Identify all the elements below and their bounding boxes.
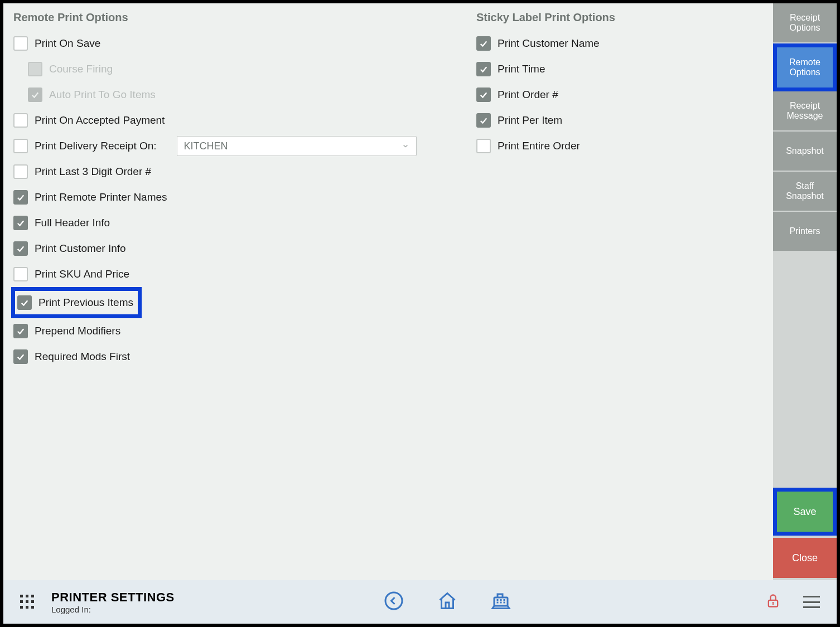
- home-icon: [437, 591, 457, 611]
- row-print-on-accepted-payment: Print On Accepted Payment: [13, 108, 476, 133]
- tab-staff-snapshot[interactable]: Staff Snapshot: [773, 172, 837, 212]
- checkbox-full-header-info[interactable]: [13, 216, 28, 230]
- main-area: Remote Print Options Print On Save Cours…: [3, 3, 837, 580]
- select-delivery-receipt-value: KITCHEN: [184, 140, 228, 152]
- checkbox-auto-print-togo: [28, 88, 42, 102]
- sidebar: Receipt Options Remote Options Receipt M…: [773, 3, 837, 580]
- checkbox-print-previous-items[interactable]: [17, 295, 32, 310]
- tab-receipt-options-label: Receipt Options: [776, 13, 833, 33]
- label-print-customer-name: Print Customer Name: [498, 37, 600, 50]
- select-delivery-receipt-printer[interactable]: KITCHEN: [177, 136, 417, 156]
- close-button-label: Close: [792, 552, 818, 564]
- svg-rect-1: [446, 602, 449, 609]
- tab-receipt-options[interactable]: Receipt Options: [773, 3, 837, 43]
- tab-staff-snapshot-label: Staff Snapshot: [776, 181, 833, 202]
- footer-title-block: PRINTER SETTINGS Logged In:: [51, 590, 175, 614]
- menu-icon-bar: [803, 596, 820, 597]
- label-print-delivery-receipt-on: Print Delivery Receipt On:: [35, 140, 157, 152]
- checkbox-course-firing: [28, 62, 42, 76]
- lock-button[interactable]: [765, 593, 781, 611]
- row-print-sku-and-price: Print SKU And Price: [13, 261, 476, 287]
- svg-point-10: [773, 602, 774, 604]
- save-button[interactable]: Save: [773, 488, 837, 536]
- tab-snapshot[interactable]: Snapshot: [773, 132, 837, 172]
- row-full-header-info: Full Header Info: [13, 210, 476, 236]
- row-required-mods-first: Required Mods First: [13, 344, 476, 370]
- checkbox-print-last3[interactable]: [13, 164, 28, 179]
- checkbox-print-customer-name[interactable]: [476, 36, 491, 51]
- checkbox-print-per-item[interactable]: [476, 113, 491, 128]
- row-course-firing: Course Firing: [13, 56, 476, 82]
- footer-nav: [169, 591, 726, 613]
- back-icon: [384, 591, 404, 611]
- checkbox-print-sku-and-price[interactable]: [13, 267, 28, 281]
- checkbox-print-customer-info[interactable]: [13, 241, 28, 256]
- row-print-customer-info: Print Customer Info: [13, 236, 476, 261]
- label-print-on-save: Print On Save: [35, 37, 100, 50]
- page-title: PRINTER SETTINGS: [51, 590, 175, 605]
- register-icon: [491, 591, 511, 611]
- label-print-order-no: Print Order #: [498, 89, 558, 101]
- app-frame: Remote Print Options Print On Save Cours…: [3, 3, 837, 624]
- tab-printers-label: Printers: [789, 226, 820, 236]
- label-print-last3: Print Last 3 Digit Order #: [35, 166, 151, 178]
- row-prepend-modifiers: Prepend Modifiers: [13, 318, 476, 344]
- remote-section-title: Remote Print Options: [13, 11, 476, 24]
- sticky-section-title: Sticky Label Print Options: [476, 11, 763, 24]
- register-button[interactable]: [491, 591, 511, 613]
- checkbox-print-on-save[interactable]: [13, 36, 28, 51]
- sidebar-spacer: [773, 252, 837, 485]
- back-button[interactable]: [384, 591, 404, 613]
- highlight-print-previous-items: Print Previous Items: [11, 287, 142, 318]
- label-auto-print-togo: Auto Print To Go Items: [49, 89, 156, 101]
- label-required-mods-first: Required Mods First: [35, 351, 130, 363]
- tab-receipt-message-label: Receipt Message: [776, 101, 833, 121]
- checkbox-prepend-modifiers[interactable]: [13, 324, 28, 338]
- row-print-last3: Print Last 3 Digit Order #: [13, 159, 476, 184]
- lock-icon: [765, 593, 781, 609]
- label-print-entire-order: Print Entire Order: [498, 140, 580, 152]
- menu-icon-bar: [803, 601, 820, 603]
- checkbox-print-remote-printer-names[interactable]: [13, 190, 28, 205]
- checkbox-print-entire-order[interactable]: [476, 139, 491, 153]
- sticky-label-print-options-section: Sticky Label Print Options Print Custome…: [476, 11, 763, 572]
- content-pane: Remote Print Options Print On Save Cours…: [3, 3, 773, 580]
- close-button[interactable]: Close: [773, 538, 837, 578]
- row-print-remote-printer-names: Print Remote Printer Names: [13, 184, 476, 210]
- logged-in-label: Logged In:: [51, 605, 175, 614]
- row-print-time: Print Time: [476, 56, 763, 82]
- apps-grid-icon[interactable]: [20, 595, 35, 609]
- checkbox-print-delivery-receipt-on[interactable]: [13, 139, 28, 153]
- footer-right: [765, 593, 820, 611]
- checkbox-print-time[interactable]: [476, 62, 491, 76]
- save-button-label: Save: [793, 506, 816, 518]
- remote-print-options-section: Remote Print Options Print On Save Cours…: [13, 11, 476, 572]
- label-course-firing: Course Firing: [49, 63, 113, 75]
- row-print-per-item: Print Per Item: [476, 108, 763, 133]
- label-print-remote-printer-names: Print Remote Printer Names: [35, 191, 167, 203]
- row-print-entire-order: Print Entire Order: [476, 133, 763, 159]
- label-prepend-modifiers: Prepend Modifiers: [35, 325, 120, 337]
- label-print-per-item: Print Per Item: [498, 114, 562, 127]
- checkbox-required-mods-first[interactable]: [13, 349, 28, 364]
- menu-button[interactable]: [803, 596, 820, 608]
- row-print-order-no: Print Order #: [476, 82, 763, 108]
- label-print-on-accepted-payment: Print On Accepted Payment: [35, 114, 165, 127]
- menu-icon-bar: [803, 606, 820, 608]
- tab-printers[interactable]: Printers: [773, 212, 837, 252]
- row-auto-print-togo: Auto Print To Go Items: [13, 82, 476, 108]
- label-print-customer-info: Print Customer Info: [35, 242, 126, 255]
- row-print-delivery-receipt-on: Print Delivery Receipt On: KITCHEN: [13, 133, 476, 159]
- label-full-header-info: Full Header Info: [35, 217, 110, 229]
- checkbox-print-on-accepted-payment[interactable]: [13, 113, 28, 128]
- checkbox-print-order-no[interactable]: [476, 88, 491, 102]
- home-button[interactable]: [437, 591, 457, 613]
- footer: PRINTER SETTINGS Logged In:: [3, 580, 837, 624]
- label-print-sku-and-price: Print SKU And Price: [35, 268, 129, 280]
- tab-receipt-message[interactable]: Receipt Message: [773, 91, 837, 132]
- tab-snapshot-label: Snapshot: [786, 146, 824, 156]
- svg-point-0: [385, 592, 402, 609]
- row-print-on-save: Print On Save: [13, 31, 476, 56]
- tab-remote-options[interactable]: Remote Options: [773, 43, 837, 91]
- label-print-previous-items: Print Previous Items: [38, 297, 133, 309]
